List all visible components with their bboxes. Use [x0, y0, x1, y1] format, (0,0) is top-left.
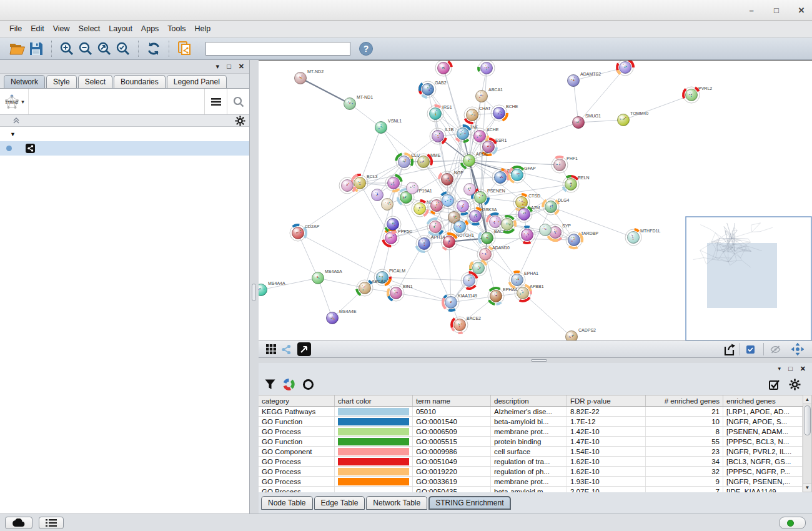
menu-edit[interactable]: Edit: [26, 22, 49, 36]
gear-icon[interactable]: [789, 379, 801, 390]
tab-node-table[interactable]: Node Table: [261, 496, 313, 510]
birdseye-view[interactable]: [686, 217, 811, 340]
network-node[interactable]: ADAMTS2: [568, 72, 602, 87]
table-row[interactable]: GO ComponentGO:0009986cell surface1.54E-…: [259, 447, 803, 457]
network-node[interactable]: RELN: [563, 176, 590, 192]
close-panel-icon[interactable]: ✕: [239, 63, 244, 70]
zoom-out-icon[interactable]: [76, 40, 95, 57]
network-node[interactable]: TARDBP: [566, 231, 598, 248]
birdseye-toggle-icon[interactable]: [788, 340, 807, 358]
network-from-clipboard-icon[interactable]: [175, 40, 194, 57]
task-history-button[interactable]: [39, 517, 64, 529]
table-splitter[interactable]: [259, 358, 812, 363]
network-node[interactable]: APBB1: [515, 284, 544, 301]
float-panel-icon[interactable]: □: [788, 365, 793, 372]
network-node[interactable]: ABCA1: [476, 87, 503, 102]
network-node[interactable]: BCHE: [491, 104, 518, 121]
column-header-4[interactable]: FDR p-value: [567, 395, 646, 406]
zoom-selected-icon[interactable]: [114, 40, 132, 57]
scroll-down-icon[interactable]: ▼: [803, 483, 811, 492]
share-network-icon[interactable]: [279, 340, 294, 358]
network-node[interactable]: [385, 175, 402, 191]
network-node[interactable]: TOMM40: [618, 111, 649, 126]
column-header-6[interactable]: enriched genes: [723, 395, 803, 406]
network-node[interactable]: SMUG1: [573, 114, 602, 129]
table-scrollbar[interactable]: ▲ ▼: [803, 395, 812, 492]
scroll-up-icon[interactable]: ▲: [803, 395, 811, 404]
zoom-fit-icon[interactable]: [95, 40, 114, 57]
filter-icon[interactable]: [265, 379, 275, 390]
table-row[interactable]: GO ProcessGO:0051049regulation of tra...…: [259, 457, 803, 467]
string-query-input[interactable]: [29, 89, 198, 114]
column-header-0[interactable]: category: [259, 395, 335, 406]
table-row[interactable]: GO ProcessGO:0033619membrane prot...1.93…: [259, 477, 803, 487]
column-header-1[interactable]: chart color: [335, 395, 413, 406]
collapse-expand-icons[interactable]: [4, 117, 20, 124]
network-node[interactable]: [382, 199, 394, 211]
network-node[interactable]: [385, 216, 401, 232]
network-node[interactable]: [461, 272, 477, 289]
zoom-in-icon[interactable]: [57, 40, 76, 57]
network-node[interactable]: BACE2: [452, 316, 481, 333]
network-node[interactable]: ABCA7: [357, 279, 386, 296]
table-row[interactable]: GO FunctionGO:0005515protein binding1.47…: [259, 437, 803, 447]
export-network-icon[interactable]: [720, 340, 738, 358]
column-header-5[interactable]: # enriched genes: [646, 395, 723, 406]
network-node[interactable]: [455, 198, 471, 214]
network-node[interactable]: PPP5C: [383, 229, 412, 246]
string-search-button[interactable]: [227, 89, 249, 114]
network-node[interactable]: [427, 219, 443, 235]
network-node[interactable]: [339, 177, 355, 194]
panel-divider[interactable]: [250, 60, 259, 514]
help-icon[interactable]: ?: [357, 40, 375, 57]
panel-menu-icon[interactable]: ▾: [778, 366, 781, 372]
network-node[interactable]: MS4A4E: [327, 309, 357, 324]
network-node[interactable]: [372, 189, 384, 201]
tree-expand-icon[interactable]: ▼: [10, 131, 16, 137]
network-node[interactable]: [407, 182, 418, 194]
select-all-checkbox-icon[interactable]: [769, 379, 780, 390]
menu-apps[interactable]: Apps: [137, 22, 164, 36]
network-node[interactable]: [519, 227, 535, 243]
close-panel-icon[interactable]: ✕: [800, 365, 806, 372]
network-node[interactable]: BIN1: [388, 284, 413, 301]
network-node[interactable]: VSNL1: [375, 119, 402, 134]
network-node[interactable]: [464, 184, 476, 196]
cloud-tasks-button[interactable]: [5, 517, 32, 529]
hidden-count-badge[interactable]: [765, 345, 788, 354]
network-node[interactable]: GAB2: [420, 81, 447, 97]
menu-select[interactable]: Select: [74, 22, 105, 36]
memory-button[interactable]: [779, 517, 806, 529]
network-node[interactable]: [440, 192, 456, 209]
network-node[interactable]: IL1B: [430, 127, 454, 144]
minimize-button[interactable]: –: [746, 5, 757, 16]
grid-view-icon[interactable]: [264, 340, 279, 358]
tab-edge-table[interactable]: Edge Table: [314, 496, 365, 510]
ring-chart-icon[interactable]: [302, 379, 314, 390]
menu-view[interactable]: View: [49, 22, 74, 36]
tab-select[interactable]: Select: [78, 75, 112, 88]
table-row[interactable]: GO ProcessGO:0006509membrane prot...1.42…: [259, 427, 803, 437]
column-header-2[interactable]: term name: [413, 395, 491, 406]
network-node[interactable]: MS4A4A: [259, 281, 285, 296]
table-row[interactable]: GO FunctionGO:0001540beta-amyloid bi...1…: [259, 417, 803, 427]
tab-string-enrichment[interactable]: STRING Enrichment: [428, 496, 510, 510]
network-collection-row[interactable]: ▼: [0, 127, 249, 141]
network-node[interactable]: [478, 61, 495, 76]
network-canvas[interactable]: MT-ND2MT-ND1VSNL1GAB2IRS1CHATABCA1BCHEIL…: [259, 60, 812, 340]
refresh-icon[interactable]: [144, 40, 163, 57]
network-node[interactable]: MT-ND1: [344, 95, 374, 110]
network-node[interactable]: [540, 224, 552, 236]
network-node[interactable]: MS4A6A: [312, 269, 342, 284]
gear-icon[interactable]: [235, 116, 245, 126]
network-node[interactable]: [617, 61, 633, 76]
open-file-icon[interactable]: [8, 40, 27, 57]
menu-tools[interactable]: Tools: [163, 22, 190, 36]
panel-menu-icon[interactable]: ▾: [216, 63, 220, 70]
scrollbar-thumb[interactable]: [804, 405, 811, 435]
birdseye-viewport[interactable]: [707, 243, 777, 308]
network-node[interactable]: [499, 216, 515, 232]
network-node[interactable]: CHAT: [464, 106, 491, 123]
tab-network-table[interactable]: Network Table: [366, 496, 427, 510]
maximize-button[interactable]: □: [771, 5, 782, 16]
